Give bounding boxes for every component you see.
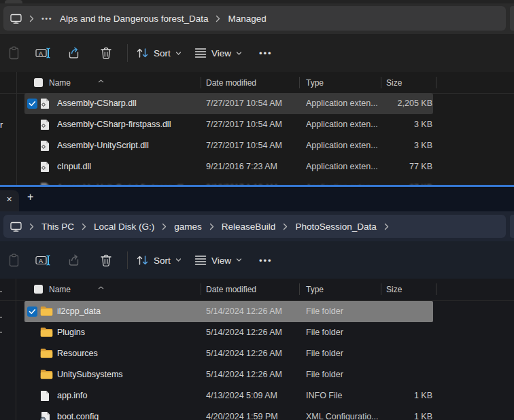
address-bar-fragment — [510, 215, 514, 238]
column-divider[interactable] — [381, 77, 381, 88]
file-row[interactable]: Assembly-CSharp-firstpass.dll 7/27/2017 … — [0, 114, 514, 135]
address-bar[interactable]: ••• Alps and the Dangerous forest_Data M… — [3, 6, 506, 31]
sort-arrows-icon — [136, 48, 149, 59]
file-row[interactable]: app.info 4/13/2024 5:09 AM INFO File 1 K… — [0, 385, 514, 406]
file-name: Plugins — [57, 322, 85, 343]
command-toolbar: A Sort View ••• — [0, 241, 514, 279]
explorer-tab[interactable]: ✕ — [0, 190, 19, 211]
file-size: 3 KB — [379, 114, 432, 135]
column-header-size[interactable]: Size — [386, 72, 402, 93]
breadcrumb-segment[interactable]: Managed — [228, 14, 266, 24]
folder-icon — [40, 306, 53, 319]
column-header-size[interactable]: Size — [386, 279, 402, 300]
nav-pane-text-fragment: r — [0, 120, 3, 130]
info-file-icon — [40, 390, 50, 404]
column-divider[interactable] — [436, 77, 436, 88]
breadcrumb-segment[interactable]: This PC — [41, 222, 74, 232]
breadcrumb-overflow-icon[interactable]: ••• — [41, 14, 52, 22]
file-type: File folder — [306, 343, 343, 364]
file-size: 1 KB — [379, 385, 432, 406]
breadcrumb-segment[interactable]: PhotoSession_Data — [295, 222, 376, 232]
view-button[interactable]: View — [194, 255, 242, 265]
breadcrumb-segment[interactable]: games — [174, 222, 202, 232]
nav-pane-divider[interactable] — [16, 72, 17, 186]
folder-row[interactable]: Resources 5/14/2024 12:26 AM File folder — [0, 343, 514, 364]
file-name: Assembly-UnityScript.dll — [57, 135, 149, 156]
rename-button[interactable]: A — [35, 254, 51, 266]
checkbox-checked-icon[interactable] — [27, 307, 37, 317]
share-button[interactable] — [67, 253, 81, 266]
column-divider[interactable] — [436, 283, 436, 295]
paste-button[interactable] — [8, 253, 20, 267]
column-divider[interactable] — [381, 283, 381, 295]
breadcrumb-segment[interactable]: Alps and the Dangerous forest_Data — [60, 14, 208, 24]
explorer-window-top: ••• Alps and the Dangerous forest_Data M… — [0, 0, 514, 186]
column-header-name[interactable]: Name — [49, 72, 71, 93]
nav-pane-divider[interactable] — [16, 279, 16, 420]
select-all-checkbox[interactable] — [34, 285, 43, 294]
column-divider[interactable] — [299, 77, 300, 88]
view-button[interactable]: View — [194, 48, 242, 58]
file-date: 4/20/2024 1:59 PM — [206, 406, 278, 420]
file-list: Assembly-CSharp.dll 7/27/2017 10:54 AM A… — [0, 93, 514, 186]
delete-button[interactable] — [100, 47, 112, 60]
dll-file-icon — [40, 140, 50, 154]
rename-button[interactable]: A — [35, 47, 51, 59]
column-header-type[interactable]: Type — [306, 72, 324, 93]
trash-icon — [100, 253, 112, 266]
view-lines-icon — [194, 255, 207, 265]
column-header-date[interactable]: Date modified — [206, 72, 256, 93]
file-size: 2,205 KB — [379, 93, 432, 114]
more-options-button[interactable]: ••• — [259, 255, 273, 265]
file-name: Resources — [57, 343, 98, 364]
clipboard-icon — [8, 46, 20, 60]
desktop-screenshot: ••• Alps and the Dangerous forest_Data M… — [0, 0, 514, 420]
file-date: 7/27/2017 10:54 AM — [206, 93, 282, 114]
file-size — [379, 301, 432, 322]
file-name: boot.config — [57, 406, 99, 420]
list-header: Name Date modified Type Size — [0, 279, 514, 301]
file-row[interactable]: Assembly-UnityScript.dll 7/27/2017 10:54… — [0, 135, 514, 156]
nav-pane-fragment — [0, 317, 2, 318]
folder-icon — [40, 327, 53, 340]
column-header-date[interactable]: Date modified — [206, 279, 256, 300]
column-header-type[interactable]: Type — [306, 279, 324, 300]
file-list: il2cpp_data 5/14/2024 12:26 AM File fold… — [0, 301, 514, 420]
address-bar[interactable]: This PC Local Disk (G:) games ReleaseBui… — [3, 215, 506, 238]
sort-arrows-icon — [136, 254, 149, 266]
file-row[interactable]: cInput.dll 9/21/2016 7:23 AM Application… — [0, 156, 514, 177]
file-date: 7/27/2017 10:54 AM — [206, 114, 282, 135]
folder-row[interactable]: Plugins 5/14/2024 12:26 AM File folder — [0, 322, 514, 343]
list-header: Name Date modified Type Size — [0, 72, 514, 94]
folder-row[interactable]: UnitySubsystems 5/14/2024 12:26 AM File … — [0, 364, 514, 385]
select-all-checkbox[interactable] — [34, 78, 43, 87]
dll-file-icon — [40, 98, 50, 112]
checkbox-checked-icon[interactable] — [27, 99, 37, 109]
new-tab-button[interactable]: + — [27, 191, 33, 203]
file-row-partial[interactable]: boot.config 4/20/2024 1:59 PM XML Config… — [0, 406, 514, 420]
file-date: 5/14/2024 12:26 AM — [206, 322, 282, 343]
dll-file-icon — [40, 119, 50, 133]
delete-button[interactable] — [100, 253, 112, 266]
share-button[interactable] — [67, 47, 81, 60]
view-lines-icon — [194, 48, 207, 58]
folder-row[interactable]: il2cpp_data 5/14/2024 12:26 AM File fold… — [0, 301, 514, 322]
file-row[interactable]: Assembly-CSharp.dll 7/27/2017 10:54 AM A… — [0, 93, 514, 114]
column-header-name[interactable]: Name — [49, 279, 71, 300]
file-name: UnitySubsystems — [57, 364, 123, 385]
trash-icon — [100, 47, 112, 60]
paste-button[interactable] — [8, 46, 20, 60]
sort-button[interactable]: Sort — [136, 254, 182, 266]
share-icon — [67, 47, 81, 60]
sort-label: Sort — [154, 48, 171, 58]
tab-close-icon[interactable]: ✕ — [6, 195, 12, 204]
column-divider[interactable] — [201, 283, 201, 295]
breadcrumb-segment[interactable]: ReleaseBuild — [222, 222, 276, 232]
file-name: il2cpp_data — [57, 301, 101, 322]
column-divider[interactable] — [201, 77, 201, 88]
config-file-icon — [40, 411, 50, 420]
column-divider[interactable] — [299, 283, 300, 295]
sort-button[interactable]: Sort — [136, 48, 182, 59]
more-options-button[interactable]: ••• — [259, 48, 273, 58]
breadcrumb-segment[interactable]: Local Disk (G:) — [94, 222, 154, 232]
